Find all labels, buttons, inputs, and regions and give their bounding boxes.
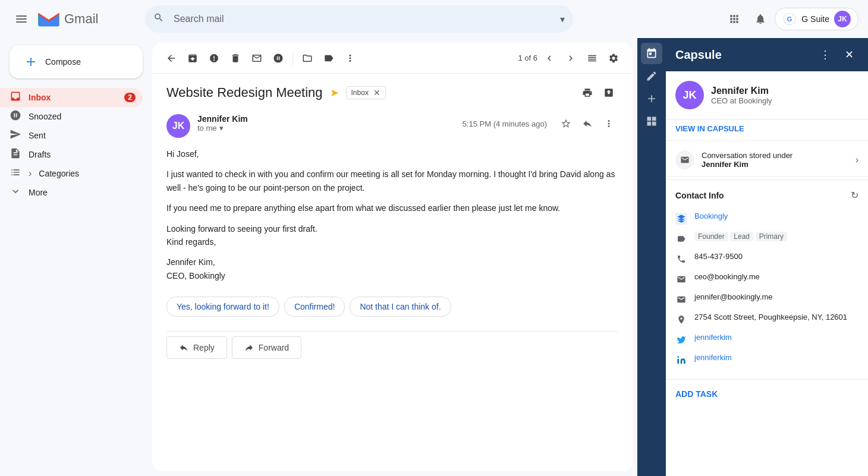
inbox-tag: Inbox ✕	[346, 86, 386, 99]
more-message-actions[interactable]	[599, 114, 618, 133]
sidebar-item-more-label: More	[29, 188, 136, 197]
sidebar-item-drafts-label: Drafts	[29, 150, 136, 159]
contact-header: JK Jennifer Kim CEO at Bookingly	[666, 71, 868, 119]
compose-button[interactable]: Compose	[10, 45, 143, 78]
gsuite-button[interactable]: G G Suite JK	[775, 8, 858, 30]
body-signature: Jennifer Kim,CEO, Bookingly	[166, 256, 618, 282]
smart-reply-2[interactable]: Confirmed!	[284, 297, 345, 317]
snoozed-icon	[10, 109, 21, 124]
capsule-divider-3	[666, 379, 868, 380]
sidebar-item-categories[interactable]: › Categories	[0, 164, 143, 183]
sidebar-item-drafts[interactable]: Drafts	[0, 145, 143, 164]
next-email-button[interactable]	[561, 49, 580, 68]
contact-info-header: Contact Info ↻	[675, 190, 858, 201]
capsule-close-icon[interactable]: ✕	[839, 45, 858, 64]
sidebar-item-more[interactable]: More	[0, 183, 143, 202]
search-bar: ▾	[145, 5, 573, 33]
body-paragraph-2: If you need me to prepare anything else …	[166, 201, 618, 215]
email-1-icon	[675, 273, 687, 285]
email-2-icon	[675, 294, 687, 305]
prev-email-button[interactable]	[540, 49, 559, 68]
message-body: Hi Josef, I just wanted to check in with…	[166, 147, 618, 282]
contact-details: Jennifer Kim CEO at Bookingly	[711, 86, 772, 105]
conv-stored-email-icon	[675, 150, 694, 169]
email-1-value: ceo@bookingly.me	[694, 272, 760, 281]
sidebar-item-inbox[interactable]: Inbox 2	[0, 88, 143, 107]
capsule-right-panel: Capsule ⋮ ✕ JK Jennifer Kim CEO at Booki…	[637, 38, 868, 476]
more-icon	[10, 185, 21, 200]
move-to-button[interactable]	[298, 49, 317, 68]
topbar: Gmail ▾ G G Suite JK	[0, 0, 868, 38]
conversation-stored[interactable]: Conversation stored under Jennifer Kim ›	[666, 143, 868, 177]
company-value[interactable]: Bookingly	[694, 212, 728, 220]
notifications-button[interactable]	[749, 7, 772, 31]
search-dropdown-arrow[interactable]: ▾	[560, 14, 565, 25]
contact-info-twitter: jenniferkim	[675, 329, 858, 349]
label-button[interactable]	[319, 49, 338, 68]
more-actions-button[interactable]	[341, 49, 360, 68]
main-layout: Compose Inbox 2 Snoozed Sent Draft	[0, 38, 868, 476]
svg-rect-6	[30, 58, 32, 66]
expand-button[interactable]	[599, 83, 618, 102]
gsuite-label: G Suite	[801, 14, 829, 24]
apps-button[interactable]	[722, 7, 746, 31]
add-task-section: ADD TASK	[666, 382, 868, 406]
capsule-calendar-icon[interactable]	[641, 43, 662, 64]
smart-reply-1[interactable]: Yes, looking forward to it!	[166, 297, 279, 317]
search-input[interactable]	[145, 5, 573, 33]
reply-label: Reply	[193, 343, 215, 352]
inbox-tag-remove[interactable]: ✕	[373, 88, 380, 97]
forward-button[interactable]: Forward	[232, 336, 301, 359]
print-button[interactable]	[578, 83, 597, 102]
smart-replies: Yes, looking forward to it! Confirmed! N…	[166, 297, 618, 317]
contact-info-linkedin: jenniferkim	[675, 349, 858, 370]
message-meta: 5:15 PM (4 minutes ago)	[463, 114, 618, 133]
capsule-grid-icon[interactable]	[641, 111, 662, 132]
sender-to[interactable]: to me ▾	[197, 124, 463, 133]
report-spam-button[interactable]	[205, 49, 224, 68]
gsuite-logo-icon: G	[782, 12, 797, 26]
delete-button[interactable]	[226, 49, 245, 68]
capsule-add-icon[interactable]	[641, 88, 662, 109]
sidebar-item-sent-label: Sent	[29, 131, 136, 140]
reading-pane-button[interactable]	[583, 49, 602, 68]
capsule-edit-icon[interactable]	[641, 65, 662, 87]
sidebar-item-sent[interactable]: Sent	[0, 126, 143, 145]
back-button[interactable]	[162, 49, 181, 68]
contact-name: Jennifer Kim	[711, 86, 772, 96]
settings-button[interactable]	[604, 49, 623, 68]
sidebar-item-snoozed[interactable]: Snoozed	[0, 107, 143, 126]
twitter-value[interactable]: jenniferkim	[694, 333, 732, 342]
phone-icon	[675, 253, 687, 265]
reply-button[interactable]: Reply	[166, 336, 227, 359]
archive-button[interactable]	[183, 49, 202, 68]
gmail-wordmark: Gmail	[64, 11, 98, 27]
contact-avatar: JK	[675, 81, 704, 109]
snooze-button[interactable]	[269, 49, 288, 68]
body-paragraph-3: Looking forward to seeing your first dra…	[166, 222, 618, 249]
user-avatar[interactable]: JK	[834, 11, 851, 27]
star-button[interactable]	[556, 114, 575, 133]
capsule-panel: Capsule ⋮ ✕ JK Jennifer Kim CEO at Booki…	[666, 38, 868, 476]
hamburger-menu[interactable]	[10, 7, 33, 31]
svg-text:G: G	[787, 15, 792, 23]
add-task-button[interactable]: ADD TASK	[675, 389, 718, 399]
reply-actions: Reply Forward	[166, 331, 618, 364]
sender-to-dropdown: ▾	[219, 124, 224, 133]
capsule-more-icon[interactable]: ⋮	[816, 45, 835, 64]
linkedin-value[interactable]: jenniferkim	[694, 353, 732, 362]
mark-as-read-button[interactable]	[247, 49, 266, 68]
forward-label: Forward	[259, 343, 289, 352]
smart-reply-3[interactable]: Not that I can think of.	[350, 297, 451, 317]
phone-value: 845-437-9500	[694, 252, 743, 261]
search-icon	[153, 12, 164, 26]
email-subject-row: Website Redesign Meeting ➤ Inbox ✕	[166, 83, 618, 102]
refresh-icon[interactable]: ↻	[851, 190, 858, 201]
capsule-divider-2	[666, 179, 868, 180]
svg-rect-0	[16, 15, 27, 17]
conv-stored-text: Conversation stored under Jennifer Kim	[702, 151, 856, 169]
reply-inline-button[interactable]	[578, 114, 597, 133]
toolbar-separator-1	[293, 51, 293, 65]
view-in-capsule-link[interactable]: VIEW IN CAPSULE	[666, 119, 868, 138]
pagination: 1 of 6	[518, 49, 580, 68]
